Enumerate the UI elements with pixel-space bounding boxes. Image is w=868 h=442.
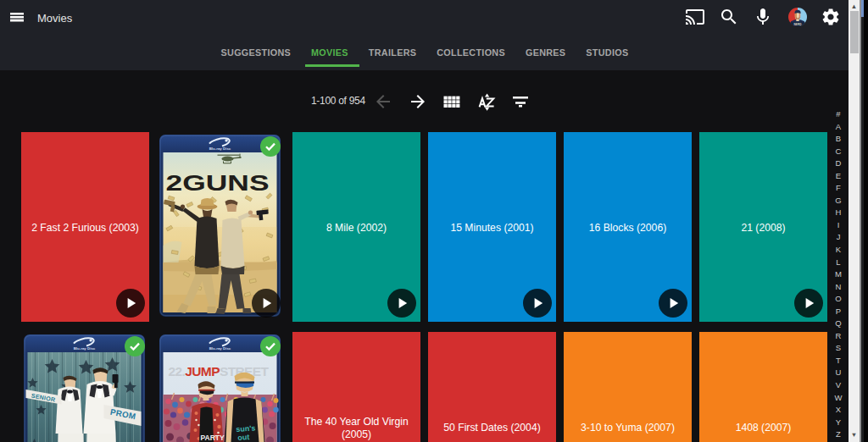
svg-text:Blu-ray Disc: Blu-ray Disc xyxy=(209,146,231,151)
svg-text:Blu-ray Disc: Blu-ray Disc xyxy=(74,346,96,351)
svg-text:Blu-ray Disc: Blu-ray Disc xyxy=(209,346,231,351)
svg-text:NERD: NERD xyxy=(794,23,803,26)
svg-text:2GUNS: 2GUNS xyxy=(166,171,270,195)
svg-text:PARTY: PARTY xyxy=(201,434,225,442)
svg-text:sun's: sun's xyxy=(236,423,256,434)
svg-text:out: out xyxy=(237,433,250,442)
